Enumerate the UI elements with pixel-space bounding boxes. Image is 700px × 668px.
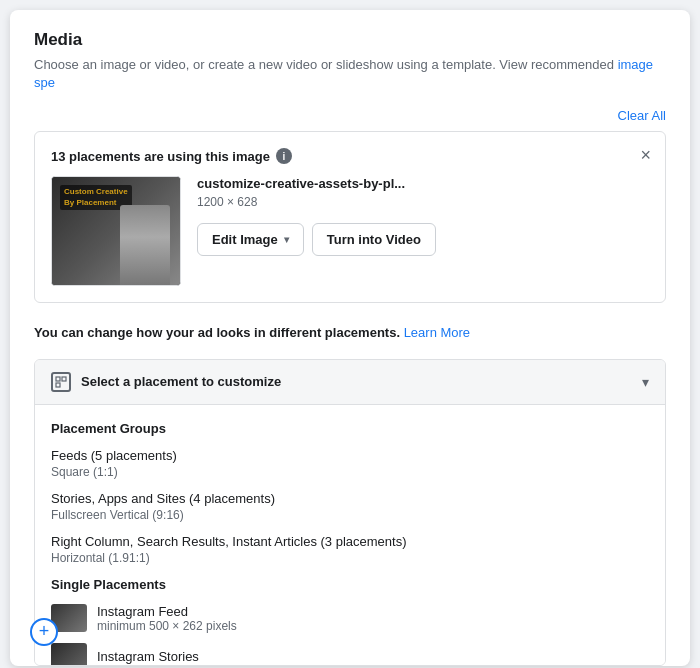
clear-all-row: Clear All [34,108,666,123]
media-title: Media [34,30,666,50]
single-placements-title: Single Placements [51,577,649,592]
image-section: 13 placements are using this image i × C… [34,131,666,303]
action-buttons: Edit Image ▾ Turn into Video [197,223,649,256]
thumb-person [120,205,170,285]
group-item-rightcol[interactable]: Right Column, Search Results, Instant Ar… [51,534,649,565]
selector-icon [51,372,71,392]
clear-all-button[interactable]: Clear All [618,108,666,123]
placement-info: 13 placements are using this image i [51,148,649,164]
close-button[interactable]: × [640,146,651,164]
group-item-stories[interactable]: Stories, Apps and Sites (4 placements) F… [51,491,649,522]
main-panel: Media Choose an image or video, or creat… [10,10,690,666]
customize-bar: You can change how your ad looks in diff… [34,323,666,343]
chevron-down-icon: ▾ [642,374,649,390]
placement-groups-content: Placement Groups Feeds (5 placements) Sq… [35,405,665,665]
image-thumbnail: Custom CreativeBy Placement [51,176,181,286]
info-icon[interactable]: i [276,148,292,164]
single-item-instagram-stories[interactable]: Instagram Stories [51,643,649,665]
placement-groups-title: Placement Groups [51,421,649,436]
add-circle-button[interactable]: + [30,618,58,646]
image-size: 1200 × 628 [197,195,649,209]
media-description: Choose an image or video, or create a ne… [34,56,666,92]
placement-selector: Select a placement to customize ▾ Placem… [34,359,666,666]
svg-rect-0 [56,377,60,381]
edit-image-button[interactable]: Edit Image ▾ [197,223,304,256]
turn-into-video-button[interactable]: Turn into Video [312,223,436,256]
placement-selector-header[interactable]: Select a placement to customize ▾ [35,360,665,405]
svg-rect-1 [62,377,66,381]
image-details: Custom CreativeBy Placement customize-cr… [51,176,649,286]
image-name: customize-creative-assets-by-pl... [197,176,649,191]
svg-rect-2 [56,383,60,387]
learn-more-link[interactable]: Learn More [404,325,470,340]
image-meta: customize-creative-assets-by-pl... 1200 … [197,176,649,256]
group-item-feeds[interactable]: Feeds (5 placements) Square (1:1) [51,448,649,479]
single-item-instagram-feed[interactable]: Instagram Feed minimum 500 × 262 pixels [51,604,649,633]
instagram-stories-thumb [51,643,87,665]
dropdown-arrow-icon: ▾ [284,234,289,245]
